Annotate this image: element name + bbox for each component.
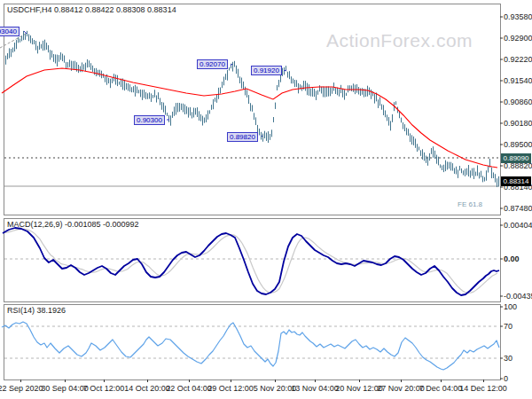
price-axis-label: 0.92900 bbox=[504, 35, 532, 43]
actionforex-watermark: ActionForex.com bbox=[326, 30, 473, 51]
price-tag-connector bbox=[24, 31, 27, 34]
price-axis-label: 0.93580 bbox=[504, 13, 532, 21]
time-axis-label: 5 Nov 20:00 bbox=[254, 384, 297, 393]
macd-axis-label: -0.004351 bbox=[504, 293, 532, 301]
rsi-axis-label: 70 bbox=[504, 323, 512, 331]
rsi-panel-border bbox=[4, 305, 501, 380]
forex-chart-window: USDCHF,H4 0.88412 0.88422 0.88308 0.8831… bbox=[0, 0, 532, 399]
time-axis-label: 22 Oct 04:00 bbox=[166, 384, 212, 393]
time-axis-label: 27 Nov 20:00 bbox=[377, 384, 425, 393]
price-tag: 0.91920 bbox=[251, 66, 282, 75]
time-axis-label: 30 Sep 04:00 bbox=[41, 384, 89, 393]
macd-signal-line bbox=[3, 229, 497, 293]
macd-panel-border bbox=[4, 219, 501, 302]
price-axis-label: 0.89500 bbox=[504, 141, 532, 149]
price-axis-label: 0.92220 bbox=[504, 56, 532, 64]
rsi-axis-label: 100 bbox=[504, 303, 517, 311]
chart-canvas bbox=[0, 0, 532, 399]
time-axis-label: 14 Dec 12:00 bbox=[459, 384, 507, 393]
time-axis-label: 29 Oct 12:00 bbox=[207, 384, 254, 393]
price-tag-connector bbox=[262, 136, 262, 137]
time-axis-label: 14 Oct 20:00 bbox=[124, 384, 170, 393]
moving-average-line bbox=[2, 68, 497, 168]
price-tag: 0.89820 bbox=[227, 132, 258, 142]
symbol-ohlc-header: USDCHF,H4 0.88412 0.88422 0.88308 0.8831… bbox=[7, 5, 176, 14]
price-tag: 0.92070 bbox=[197, 59, 228, 69]
macd-axis-label: 0.00 bbox=[504, 255, 520, 263]
macd-indicator-label: MACD(12,26,9) -0.001085 -0.000992 bbox=[7, 220, 139, 229]
level-price-marker: 0.89090 bbox=[501, 153, 531, 163]
price-axis-label: 0.87480 bbox=[504, 205, 532, 213]
price-tag: 0.93040 bbox=[0, 27, 20, 36]
rsi-axis-label: 30 bbox=[504, 355, 512, 363]
price-axis-label: 0.90180 bbox=[504, 120, 532, 128]
price-tag: 0.90300 bbox=[134, 115, 165, 125]
time-axis-label: 13 Nov 04:00 bbox=[291, 384, 339, 393]
time-axis-label: 7 Oct 12:00 bbox=[83, 384, 125, 393]
macd-axis-label: 0.004048 bbox=[504, 222, 532, 230]
price-axis-label: 0.88820 bbox=[504, 162, 532, 170]
time-axis-label: 22 Sep 2020 bbox=[0, 384, 43, 393]
fibonacci-extension-label: FE 61.8 bbox=[458, 200, 482, 208]
rsi-indicator-label: RSI(14) 38.1926 bbox=[7, 306, 66, 315]
time-axis-label: 20 Nov 12:00 bbox=[335, 384, 383, 393]
time-axis-label: 7 Dec 04:00 bbox=[419, 384, 463, 393]
rsi-axis-label: 0 bbox=[504, 375, 508, 383]
price-axis-label: 0.91540 bbox=[504, 77, 532, 85]
rsi-line bbox=[2, 322, 499, 370]
current-price-marker: 0.88314 bbox=[501, 176, 531, 186]
price-axis-label: 0.90860 bbox=[504, 98, 532, 106]
